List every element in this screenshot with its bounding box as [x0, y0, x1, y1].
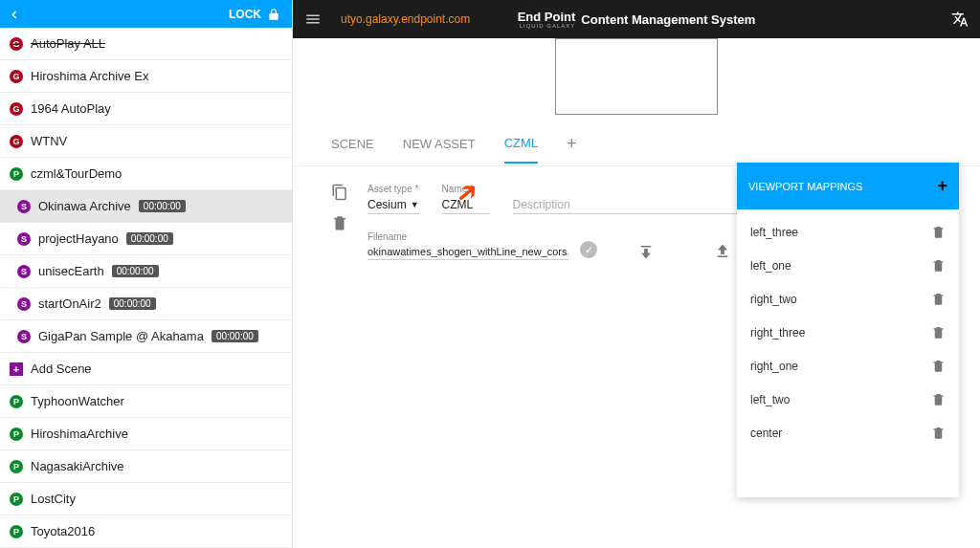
lock-icon: [267, 8, 280, 21]
sidebar-item[interactable]: SOkinawa Archive00:00:00: [0, 190, 292, 223]
viewport-item[interactable]: left_one: [737, 249, 959, 282]
sidebar: ‹ LOCK GAutoPlay ALLGHiroshima Archive E…: [0, 0, 293, 548]
sidebar-item-label: unisecEarth: [38, 264, 104, 278]
brand-liquid-galaxy: LIQUID GALAXY: [520, 23, 576, 29]
type-dot: P: [10, 493, 23, 506]
action-icons: [331, 184, 348, 531]
trash-icon[interactable]: [931, 225, 946, 239]
type-dot: G: [10, 102, 23, 116]
type-dot: S: [17, 330, 31, 343]
sidebar-item-label: WTNV: [31, 134, 67, 148]
sidebar-item-label: Add Scene: [31, 362, 92, 376]
sidebar-item-label: TyphoonWatcher: [31, 394, 124, 408]
tab-new-asset[interactable]: NEW ASSET: [403, 137, 476, 163]
name-field[interactable]: Name * CZML: [442, 184, 490, 214]
tabs: SCENE NEW ASSET CZML +: [293, 115, 980, 166]
tab-czml[interactable]: CZML: [504, 136, 538, 164]
brand: End Point LIQUID GALAXY Content Manageme…: [518, 11, 756, 29]
sidebar-item[interactable]: SunisecEarth00:00:00: [0, 255, 292, 288]
host-url: utyo.galaxy.endpoint.com: [341, 12, 470, 26]
filename-field: Filename: [368, 231, 568, 260]
tab-add-button[interactable]: +: [567, 134, 577, 165]
trash-icon[interactable]: [931, 258, 946, 273]
viewport-item-label: left_one: [750, 259, 791, 273]
viewport-item[interactable]: right_two: [737, 282, 959, 316]
topbar: utyo.galaxy.endpoint.com End Point LIQUI…: [293, 0, 980, 38]
sidebar-header: ‹ LOCK: [0, 0, 292, 28]
sidebar-item[interactable]: GWTNV: [0, 125, 292, 158]
sidebar-item[interactable]: SstartOnAir200:00:00: [0, 288, 292, 320]
language-icon[interactable]: [951, 11, 969, 28]
tab-scene[interactable]: SCENE: [331, 137, 374, 163]
filename-input[interactable]: [368, 244, 568, 260]
viewport-item[interactable]: left_two: [737, 383, 959, 416]
sidebar-item[interactable]: +Add Scene: [0, 353, 292, 385]
sidebar-item-label: 1964 AutoPlay: [31, 101, 111, 116]
brand-cms: Content Management System: [581, 12, 755, 27]
sidebar-item-label: startOnAir2: [38, 296, 101, 311]
viewport-item-label: right_two: [750, 293, 797, 306]
asset-type-label: Asset type *: [368, 184, 419, 194]
trash-icon[interactable]: [931, 325, 946, 340]
sidebar-item[interactable]: PLostCity: [0, 483, 292, 515]
viewport-item[interactable]: right_three: [737, 316, 959, 349]
sidebar-item-label: Hiroshima Archive Ex: [31, 69, 149, 83]
sidebar-item[interactable]: Pczml&TourDemo: [0, 158, 292, 190]
sidebar-item-label: LostCity: [31, 492, 76, 506]
viewport-item-label: right_three: [750, 326, 805, 340]
type-dot: G: [10, 70, 23, 83]
name-value: CZML: [442, 196, 490, 214]
copy-icon[interactable]: [331, 184, 348, 201]
filename-label: Filename: [368, 231, 568, 242]
viewport-header: VIEWPORT MAPPINGS +: [737, 163, 959, 209]
time-badge: 00:00:00: [109, 297, 156, 310]
viewport-item-label: center: [750, 427, 782, 440]
sidebar-item[interactable]: PTyphoonWatcher: [0, 385, 292, 418]
trash-icon[interactable]: [931, 426, 946, 440]
check-icon[interactable]: ✓: [580, 241, 597, 258]
asset-type-field[interactable]: Asset type * Cesium ▼: [368, 184, 419, 214]
viewport-item[interactable]: left_three: [737, 215, 959, 249]
trash-icon[interactable]: [931, 392, 946, 406]
sidebar-item[interactable]: PHiroshimaArchive: [0, 418, 292, 450]
type-dot: S: [17, 200, 31, 213]
brand-endpoint: End Point: [518, 11, 576, 23]
sidebar-item[interactable]: GAutoPlay ALL: [0, 28, 292, 60]
lock-button[interactable]: LOCK: [229, 8, 280, 21]
sidebar-item-label: Okinawa Archive: [38, 199, 131, 213]
back-button[interactable]: ‹: [11, 4, 17, 24]
sidebar-item[interactable]: GHiroshima Archive Ex: [0, 60, 292, 93]
asset-type-value: Cesium: [368, 198, 407, 211]
type-dot: S: [17, 265, 31, 278]
time-badge: 00:00:00: [212, 330, 258, 342]
sidebar-item[interactable]: SGigaPan Sample @ Akahama00:00:00: [0, 320, 292, 353]
trash-icon[interactable]: [931, 292, 946, 306]
type-dot: S: [17, 232, 31, 246]
sidebar-item-label: czml&TourDemo: [31, 166, 122, 181]
upload-icon[interactable]: [714, 243, 731, 260]
type-dot: S: [17, 297, 31, 311]
sidebar-item-label: projectHayano: [38, 231, 119, 246]
viewport-mappings-panel: VIEWPORT MAPPINGS + left_threeleft_oneri…: [737, 163, 959, 497]
type-dot: G: [10, 135, 23, 148]
lock-label: LOCK: [229, 8, 261, 21]
sidebar-item-label: GigaPan Sample @ Akahama: [38, 329, 204, 343]
delete-icon[interactable]: [331, 214, 348, 231]
sidebar-item-label: Toyota2016: [31, 524, 95, 538]
chevron-down-icon: ▼: [411, 200, 419, 209]
sidebar-item[interactable]: PToyota2016: [0, 515, 292, 548]
type-dot: P: [10, 460, 23, 473]
preview-box: [555, 38, 718, 115]
viewport-item[interactable]: center: [737, 416, 959, 449]
menu-icon[interactable]: [304, 11, 322, 28]
trash-icon[interactable]: [931, 359, 946, 373]
download-icon[interactable]: [637, 243, 655, 260]
sidebar-item[interactable]: PNagasakiArchive: [0, 450, 292, 483]
viewport-item[interactable]: right_one: [737, 349, 959, 383]
time-badge: 00:00:00: [112, 265, 159, 277]
add-viewport-button[interactable]: +: [937, 176, 947, 196]
time-badge: 00:00:00: [139, 200, 186, 212]
sidebar-item-label: NagasakiArchive: [31, 459, 124, 473]
sidebar-item[interactable]: SprojectHayano00:00:00: [0, 223, 292, 255]
sidebar-item[interactable]: G1964 AutoPlay: [0, 93, 292, 125]
